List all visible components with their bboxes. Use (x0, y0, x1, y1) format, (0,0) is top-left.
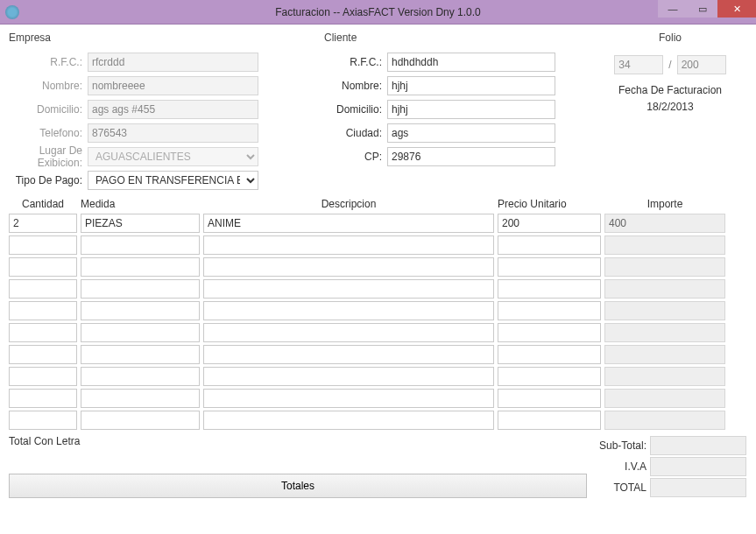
folio-right-input (677, 55, 726, 74)
precio-input[interactable] (498, 235, 601, 255)
title-bar: Facturacion -- AxiasFACT Version Dny 1.0… (0, 0, 756, 25)
descripcion-input[interactable] (203, 257, 494, 277)
empresa-telefono-input (88, 123, 258, 143)
descripcion-input[interactable] (203, 411, 494, 430)
importe-input (604, 367, 725, 386)
table-row (9, 214, 747, 233)
col-descripcion: Descripcion (203, 198, 494, 210)
empresa-nombre-input (88, 76, 258, 95)
fecha-value: 18/2/2013 (596, 101, 745, 113)
cantidad-input[interactable] (9, 279, 77, 299)
iva-label: I.V.A (594, 460, 646, 473)
tipo-pago-select[interactable]: PAGO EN TRANSFERENCIA BANC (88, 171, 258, 190)
precio-input[interactable] (498, 214, 601, 233)
cliente-nombre-input[interactable] (387, 76, 555, 95)
empresa-heading: Empresa (9, 32, 280, 44)
descripcion-input[interactable] (203, 323, 494, 342)
precio-input[interactable] (498, 323, 601, 342)
medida-input[interactable] (81, 367, 200, 386)
maximize-button[interactable]: ▭ (688, 0, 717, 18)
descripcion-input[interactable] (203, 279, 494, 299)
medida-input[interactable] (81, 323, 200, 342)
cantidad-input[interactable] (9, 345, 77, 364)
total-label: TOTAL (594, 481, 646, 494)
precio-input[interactable] (498, 257, 601, 277)
importe-input (604, 301, 725, 320)
medida-input[interactable] (81, 214, 200, 233)
folio-heading: Folio (596, 32, 745, 44)
medida-input[interactable] (81, 301, 200, 320)
table-row (9, 389, 747, 408)
folio-left-input (614, 55, 663, 74)
empresa-lugar-label: Lugar De Exibicion: (9, 144, 88, 169)
empresa-nombre-label: Nombre: (9, 80, 88, 92)
col-cantidad: Cantidad (9, 198, 77, 210)
cantidad-input[interactable] (9, 411, 77, 430)
cliente-rfc-input[interactable] (387, 53, 555, 72)
descripcion-input[interactable] (203, 345, 494, 364)
importe-input (604, 389, 725, 408)
importe-input (604, 323, 725, 342)
cantidad-input[interactable] (9, 214, 77, 233)
total-input (650, 478, 746, 497)
cantidad-input[interactable] (9, 389, 77, 408)
cliente-heading: Cliente (324, 32, 596, 44)
col-precio: Precio Unitario (498, 198, 601, 210)
cantidad-input[interactable] (9, 323, 77, 342)
cantidad-input[interactable] (9, 301, 77, 320)
table-row (9, 235, 747, 255)
medida-input[interactable] (81, 411, 200, 430)
empresa-domicilio-label: Domicilio: (9, 103, 88, 116)
cliente-rfc-label: R.F.C.: (324, 56, 387, 68)
importe-input (604, 257, 725, 277)
col-medida: Medida (81, 198, 200, 210)
folio-sep: / (668, 59, 671, 71)
table-row (9, 345, 747, 364)
importe-input (604, 279, 725, 299)
empresa-telefono-label: Telefono: (9, 127, 88, 139)
importe-input (604, 214, 725, 233)
table-row (9, 279, 747, 299)
cliente-nombre-label: Nombre: (324, 80, 387, 92)
precio-input[interactable] (498, 389, 601, 408)
col-importe: Importe (604, 198, 725, 210)
table-row (9, 257, 747, 277)
importe-input (604, 345, 725, 364)
line-items-grid: Cantidad Medida Descripcion Precio Unita… (9, 196, 747, 430)
cliente-domicilio-input[interactable] (387, 100, 555, 119)
cliente-ciudad-input[interactable] (387, 123, 555, 143)
close-button[interactable]: ✕ (717, 0, 756, 18)
medida-input[interactable] (81, 345, 200, 364)
precio-input[interactable] (498, 345, 601, 364)
medida-input[interactable] (81, 279, 200, 299)
empresa-lugar-select: AGUASCALIENTES (88, 147, 258, 166)
medida-input[interactable] (81, 389, 200, 408)
descripcion-input[interactable] (203, 301, 494, 320)
subtotal-label: Sub-Total: (594, 439, 646, 452)
medida-input[interactable] (81, 235, 200, 255)
totales-button[interactable]: Totales (9, 474, 587, 498)
descripcion-input[interactable] (203, 367, 494, 386)
cliente-ciudad-label: Ciudad: (324, 127, 387, 139)
descripcion-input[interactable] (203, 389, 494, 408)
cliente-cp-input[interactable] (387, 147, 555, 166)
cantidad-input[interactable] (9, 235, 77, 255)
table-row (9, 411, 747, 430)
cantidad-input[interactable] (9, 257, 77, 277)
app-icon (5, 5, 19, 19)
cantidad-input[interactable] (9, 367, 77, 386)
table-row (9, 301, 747, 320)
empresa-domicilio-input (88, 100, 258, 119)
client-area: Empresa R.F.C.: Nombre: Domicilio: Telef… (0, 25, 756, 534)
precio-input[interactable] (498, 301, 601, 320)
descripcion-input[interactable] (203, 214, 494, 233)
precio-input[interactable] (498, 367, 601, 386)
total-con-letra-label: Total Con Letra (9, 435, 587, 447)
empresa-rfc-label: R.F.C.: (9, 56, 88, 68)
precio-input[interactable] (498, 411, 601, 430)
minimize-button[interactable]: — (658, 0, 688, 18)
descripcion-input[interactable] (203, 235, 494, 255)
importe-input (604, 411, 725, 430)
precio-input[interactable] (498, 279, 601, 299)
medida-input[interactable] (81, 257, 200, 277)
